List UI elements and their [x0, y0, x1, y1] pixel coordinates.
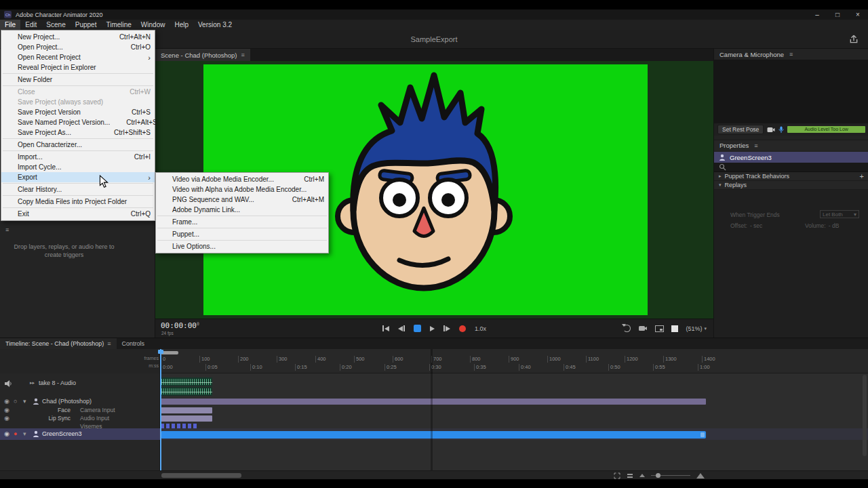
- greenscreen-track-label[interactable]: GreenScreen3: [42, 430, 82, 437]
- chad-track-bar[interactable]: [161, 399, 706, 405]
- menu-help[interactable]: Help: [170, 20, 193, 30]
- menu-item-export-live-options[interactable]: Live Options...: [156, 241, 328, 251]
- record-button[interactable]: [459, 325, 466, 332]
- arm-record-toggle-icon[interactable]: ○: [14, 398, 17, 405]
- timeline-zoom-slider[interactable]: [651, 475, 690, 476]
- share-export-icon[interactable]: [849, 35, 859, 44]
- menu-item-export-frame[interactable]: Frame...: [156, 217, 328, 227]
- play-button[interactable]: [430, 326, 435, 331]
- audio-waveform-take[interactable]: [161, 378, 212, 386]
- maximize-button[interactable]: □: [827, 9, 848, 20]
- timeline-ruler[interactable]: frames m:ss 0100200300400500600700800900…: [0, 349, 868, 373]
- menu-item-save-project-version[interactable]: Save Project VersionCtrl+S: [1, 107, 155, 117]
- menu-item-save-named-project-version[interactable]: Save Named Project Version...Ctrl+Alt+S: [1, 117, 155, 127]
- playback-speed[interactable]: 1.0x: [475, 325, 486, 332]
- snapshot-icon[interactable]: [655, 325, 664, 332]
- file-menu: New Project...Ctrl+Alt+N Open Project...…: [1, 30, 155, 221]
- scene-tab[interactable]: Scene - Chad (Photoshop) ≡: [155, 49, 250, 61]
- speaker-icon[interactable]: [5, 380, 12, 388]
- panel-menu-icon[interactable]: ≡: [789, 51, 793, 58]
- chad-track-label[interactable]: Chad (Photoshop): [42, 398, 92, 405]
- timeline-tab[interactable]: Timeline: Scene - Chad (Photoshop) ≡: [0, 338, 117, 349]
- zoom-out-icon[interactable]: [639, 474, 645, 477]
- menu-item-export-video-alpha-ame[interactable]: Video with Alpha via Adobe Media Encoder…: [156, 184, 328, 195]
- visibility-toggle-icon[interactable]: ◉: [4, 398, 9, 405]
- face-take-bar[interactable]: [161, 407, 212, 413]
- puppet-track-behaviors-section[interactable]: ▸ Puppet Track Behaviors +: [714, 172, 868, 181]
- next-frame-button[interactable]: [443, 325, 450, 331]
- face-behavior-label[interactable]: Face: [3, 407, 71, 413]
- panel-menu-icon[interactable]: ≡: [754, 142, 757, 149]
- panel-menu-icon[interactable]: ≡: [5, 226, 9, 233]
- menu-file[interactable]: File: [0, 20, 20, 30]
- stop-button[interactable]: [414, 325, 421, 332]
- menu-item-import[interactable]: Import...Ctrl+I: [1, 152, 155, 162]
- menu-scene[interactable]: Scene: [41, 20, 70, 30]
- set-rest-pose-button[interactable]: Set Rest Pose: [717, 125, 764, 134]
- lipsync-behavior-label[interactable]: Lip Sync: [3, 415, 71, 422]
- track-height-icon[interactable]: [627, 472, 633, 479]
- menu-item-export-png-wav[interactable]: PNG Sequence and WAV...Ctrl+Alt+M: [156, 195, 328, 205]
- menu-item-export-video-ame[interactable]: Video via Adobe Media Encoder...Ctrl+M: [156, 174, 328, 184]
- selected-puppet-row[interactable]: GreenScreen3: [714, 152, 868, 163]
- menu-item-export[interactable]: Export: [1, 172, 155, 182]
- chevron-down-icon[interactable]: ▾: [23, 430, 26, 437]
- zoom-in-icon[interactable]: [696, 473, 705, 479]
- playhead-handle[interactable]: [158, 350, 163, 354]
- menu-item-clear-history[interactable]: Clear History...: [1, 184, 155, 195]
- section-label: Puppet Track Behaviors: [725, 173, 790, 180]
- properties-search[interactable]: [714, 163, 868, 172]
- audio-waveform-take[interactable]: [161, 387, 212, 396]
- zoom-level-dropdown[interactable]: (51%)▾: [686, 325, 707, 332]
- take-icon: ▸▸: [30, 380, 35, 386]
- scene-tab-menu-icon[interactable]: ≡: [241, 52, 244, 58]
- chevron-down-icon: ▾: [704, 326, 707, 331]
- previous-frame-button[interactable]: [398, 325, 405, 331]
- menu-item-import-cycle[interactable]: Import Cycle...: [1, 162, 155, 172]
- camera-view-icon[interactable]: [638, 325, 648, 332]
- audio-track-label[interactable]: take 8 - Audio: [39, 380, 76, 386]
- go-to-start-button[interactable]: [382, 325, 389, 331]
- camera-icon[interactable]: [767, 127, 775, 133]
- loop-icon[interactable]: [623, 325, 631, 332]
- menu-item-open-project[interactable]: Open Project...Ctrl+O: [1, 42, 155, 52]
- menu-item-exit[interactable]: ExitCtrl+Q: [1, 209, 155, 219]
- arm-record-toggle-icon[interactable]: ●: [14, 430, 17, 437]
- visemes-label[interactable]: Visemes: [80, 423, 102, 430]
- chevron-down-icon[interactable]: ▾: [23, 398, 26, 405]
- slider-knob[interactable]: [656, 473, 660, 478]
- horizontal-scrollbar[interactable]: [161, 473, 241, 478]
- playhead[interactable]: [160, 349, 161, 470]
- menu-item-new-project[interactable]: New Project...Ctrl+Alt+N: [1, 32, 155, 42]
- menu-edit[interactable]: Edit: [20, 20, 41, 30]
- menu-item-open-characterizer[interactable]: Open Characterizer...: [1, 140, 155, 150]
- safe-area-icon[interactable]: [671, 325, 678, 332]
- replays-section[interactable]: ▾ Replays: [714, 181, 868, 190]
- camera-preview: [714, 60, 868, 123]
- minimize-button[interactable]: –: [807, 9, 827, 20]
- fit-timeline-icon[interactable]: [614, 472, 620, 479]
- menu-timeline[interactable]: Timeline: [101, 20, 136, 30]
- menu-version[interactable]: Version 3.2: [193, 20, 237, 30]
- panel-menu-icon[interactable]: ≡: [107, 340, 111, 347]
- menu-item-new-folder[interactable]: New Folder: [1, 75, 155, 85]
- menu-puppet[interactable]: Puppet: [71, 20, 102, 30]
- lipsync-take-bar[interactable]: [161, 415, 212, 422]
- visibility-toggle-icon[interactable]: ◉: [4, 430, 9, 437]
- vertical-scrollbar[interactable]: [863, 375, 867, 456]
- menu-item-save-project-as[interactable]: Save Project As...Ctrl+Shift+S: [1, 127, 155, 138]
- menu-item-export-dynamic-link[interactable]: Adobe Dynamic Link...: [156, 205, 328, 215]
- visemes-bar[interactable]: [161, 424, 197, 428]
- menu-item-open-recent-project[interactable]: Open Recent Project: [1, 52, 155, 62]
- microphone-icon[interactable]: [778, 126, 784, 134]
- menu-item-export-puppet[interactable]: Puppet...: [156, 229, 328, 239]
- camera-mic-header: Camera & Microphone ≡: [714, 49, 868, 60]
- puppet-icon: [33, 430, 39, 437]
- greenscreen-track-bar[interactable]: [161, 431, 706, 439]
- menu-item-reveal-project-in-explorer[interactable]: Reveal Project in Explorer: [1, 62, 155, 73]
- menu-item-copy-media-files[interactable]: Copy Media Files into Project Folder: [1, 197, 155, 207]
- menu-window[interactable]: Window: [136, 20, 170, 30]
- close-button[interactable]: ×: [848, 9, 868, 20]
- add-behavior-icon[interactable]: +: [860, 173, 864, 180]
- controls-tab[interactable]: Controls: [117, 338, 151, 349]
